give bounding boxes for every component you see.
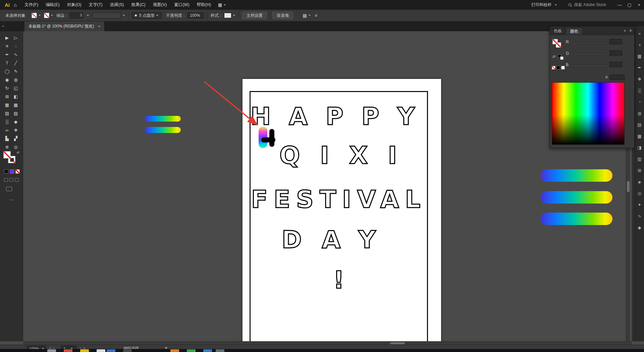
workspace-switcher[interactable]: 打印和校样 <box>532 2 552 8</box>
chevron-down-icon[interactable] <box>309 15 311 16</box>
collapse-panel-icon[interactable]: » <box>624 28 626 33</box>
menu-item[interactable]: 对象(O) <box>63 0 85 10</box>
channel-value-field[interactable] <box>609 50 622 56</box>
preferences-button[interactable]: 首选项 <box>272 12 293 19</box>
home-icon[interactable]: ⌂ <box>14 2 21 8</box>
gradient-capsule-large[interactable] <box>541 191 612 204</box>
scale-tool[interactable]: ◱ <box>11 84 20 92</box>
menu-item[interactable]: 帮助(H) <box>193 0 215 10</box>
eyedropper-tool[interactable]: ▒ <box>3 118 11 126</box>
stroke-panel-icon[interactable]: ∿ <box>635 210 644 222</box>
graphic-styles-panel-icon[interactable]: ▤ <box>635 119 644 130</box>
width-tool[interactable]: ⊞ <box>3 92 11 101</box>
panel-fill-swatch[interactable] <box>552 39 558 44</box>
menu-item[interactable]: 文字(T) <box>85 0 106 10</box>
paintbrush-tool[interactable]: ✎ <box>11 67 20 76</box>
poster-border-rect[interactable]: HAPPY QIXI FESTIVAL DAY ! <box>250 91 428 341</box>
draw-behind-icon[interactable] <box>9 178 13 182</box>
horizontal-scrollbar[interactable] <box>23 341 632 345</box>
minimize-button[interactable]: — <box>615 0 625 10</box>
taskbar-icon[interactable] <box>97 349 105 352</box>
stroke-weight-stepper[interactable] <box>70 12 83 18</box>
gradient-letter-h[interactable] <box>259 127 275 148</box>
chevron-down-icon[interactable] <box>39 15 41 16</box>
blob-brush-tool[interactable]: ◍ <box>11 76 20 84</box>
screen-mode-icon[interactable] <box>6 187 12 191</box>
stepper-arrows-icon[interactable] <box>80 13 82 17</box>
gradient-capsule-small[interactable] <box>145 127 181 133</box>
color-panel-icon[interactable]: ◑ <box>635 39 644 50</box>
libraries-panel-icon[interactable]: ◆ <box>635 222 644 233</box>
menu-item[interactable]: 窗口(W) <box>170 0 193 10</box>
vertical-scrollbar-thumb[interactable] <box>627 181 630 192</box>
draw-normal-icon[interactable] <box>4 178 8 182</box>
chevron-down-icon[interactable] <box>123 15 125 16</box>
type-tool[interactable]: T <box>3 59 11 67</box>
taskbar-icon[interactable] <box>123 349 132 352</box>
toolbar-collapse-icon[interactable]: « <box>2 24 4 28</box>
line-segment-tool[interactable]: ╱ <box>11 59 20 67</box>
maximize-button[interactable]: ▢ <box>625 0 634 10</box>
color-spectrum[interactable] <box>552 82 625 145</box>
lasso-tool[interactable]: ◌ <box>11 42 20 50</box>
menu-item[interactable]: 文件(F) <box>21 0 42 10</box>
blend-tool[interactable]: ◆ <box>11 118 20 126</box>
stock-search[interactable]: 搜索 Adobe Stock <box>568 2 606 8</box>
tab-swatches[interactable]: 色板 <box>550 28 566 35</box>
pencil-tool[interactable]: ◉ <box>3 76 11 84</box>
perspective-grid-tool[interactable]: ▩ <box>11 101 20 109</box>
taskbar-icon[interactable] <box>80 349 89 352</box>
gradient-button[interactable] <box>10 169 14 174</box>
chevron-down-icon[interactable] <box>233 15 235 16</box>
align-options-icon[interactable]: ▦ <box>303 13 307 18</box>
artboards-panel-icon[interactable]: ◨ <box>635 142 644 153</box>
taskbar-icon[interactable] <box>216 349 224 352</box>
close-button[interactable]: × <box>634 0 644 10</box>
poster-text-line[interactable]: HAPPY <box>251 104 427 128</box>
document-setup-button[interactable]: 文档设置 <box>242 12 267 19</box>
menu-item[interactable]: 视图(V) <box>149 0 171 10</box>
style-swatch[interactable] <box>224 13 231 18</box>
arrange-documents-icon[interactable]: ▦ <box>218 2 222 7</box>
direct-selection-tool[interactable]: ▷ <box>11 34 20 42</box>
magic-wand-tool[interactable]: ✳ <box>3 42 11 50</box>
stroke-swatch[interactable] <box>44 13 49 18</box>
default-white-swatch[interactable] <box>560 56 564 60</box>
gradient-panel-icon[interactable]: ▒ <box>635 85 644 96</box>
taskbar-icon[interactable] <box>107 349 115 352</box>
close-tab-icon[interactable]: × <box>98 24 101 29</box>
poster-text-line[interactable]: QIXI <box>251 143 427 167</box>
taskbar-icon[interactable] <box>47 349 56 352</box>
document-tab[interactable]: 未标题-1* @ 100% (RGB/GPU 预览) × <box>24 21 105 31</box>
gradient-tool[interactable]: ▨ <box>11 109 20 118</box>
poster-text-line[interactable]: ! <box>251 268 427 292</box>
menu-item[interactable]: 编辑(E) <box>42 0 63 10</box>
channel-value-field[interactable] <box>609 62 622 67</box>
gradient-capsule-small[interactable] <box>145 116 181 122</box>
poster-text-line[interactable]: FESTIVAL <box>251 187 427 211</box>
none-button[interactable] <box>15 169 20 174</box>
symbols-panel-icon[interactable]: ❖ <box>635 73 644 85</box>
hand-tool[interactable]: ⊕ <box>3 143 11 151</box>
info-panel-icon[interactable]: ✦ <box>635 199 644 210</box>
menu-item[interactable]: 选择(S) <box>106 0 128 10</box>
taskbar-icon[interactable] <box>170 349 179 352</box>
taskbar-icon[interactable] <box>64 349 72 352</box>
column-graph-tool[interactable]: ❖ <box>11 126 20 134</box>
asset-export-panel-icon[interactable]: ▥ <box>635 153 644 165</box>
brush-preset-dropdown[interactable]: 5 点圆形 <box>132 12 161 19</box>
appearance-panel-icon[interactable]: ◍ <box>635 107 644 119</box>
ellipse-tool[interactable]: ◯ <box>3 67 11 76</box>
pen-tool[interactable]: ✒ <box>3 50 11 59</box>
swatches-panel-icon[interactable]: ▦ <box>635 50 644 62</box>
pathfinder-panel-icon[interactable]: ◈ <box>635 176 644 187</box>
illustrator-logo[interactable]: Ai <box>0 2 14 8</box>
tab-color[interactable]: 颜色 <box>566 28 583 35</box>
hex-field[interactable] <box>610 75 625 80</box>
slice-tool[interactable]: ▞ <box>11 134 20 143</box>
shape-builder-tool[interactable]: ▦ <box>3 101 11 109</box>
channel-slider[interactable] <box>571 42 607 43</box>
channel-value-field[interactable] <box>609 39 622 44</box>
edit-toolbar-icon[interactable]: … <box>0 196 23 201</box>
menu-item[interactable]: 效果(C) <box>127 0 149 10</box>
